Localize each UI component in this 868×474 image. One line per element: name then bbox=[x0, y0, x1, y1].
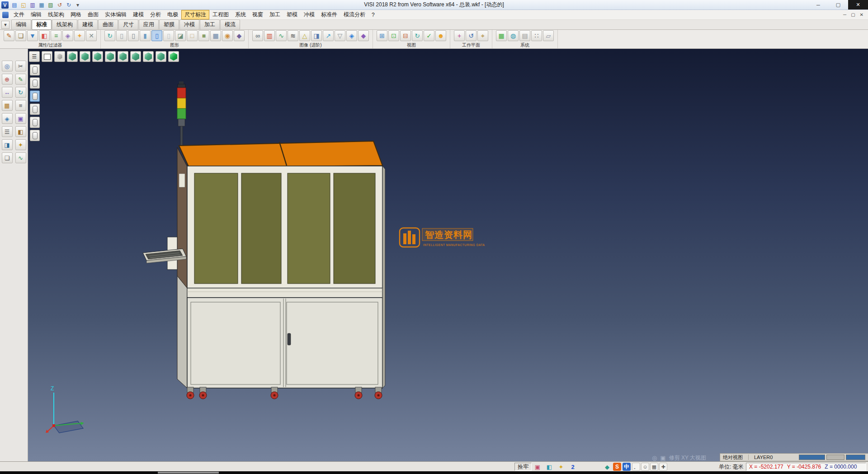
copy-icon[interactable]: ❏ bbox=[2, 152, 13, 163]
tab-dropdown-button[interactable]: ▼ bbox=[1, 21, 9, 29]
highlight-filter-icon[interactable]: ✦ bbox=[74, 30, 85, 41]
viewport-3d[interactable]: ☰ bbox=[28, 49, 868, 461]
trim-icon[interactable]: ✂ bbox=[15, 61, 26, 71]
menu-item-模流分析[interactable]: 模流分析 bbox=[340, 10, 368, 19]
tab-编辑[interactable]: 编辑 bbox=[11, 19, 31, 30]
menu-item-建模[interactable]: 建模 bbox=[130, 10, 147, 19]
menu-item-文件[interactable]: 文件 bbox=[10, 10, 28, 19]
panel-icon[interactable]: ▤ bbox=[519, 30, 530, 41]
regen-icon[interactable]: ↻ bbox=[104, 30, 115, 41]
menu-item-冲模[interactable]: 冲模 bbox=[301, 10, 318, 19]
box-texture-icon[interactable]: ▦ bbox=[210, 30, 221, 41]
snap-lock-toggle[interactable]: 拴牢 bbox=[514, 463, 532, 471]
move-icon[interactable]: ↔ bbox=[2, 87, 13, 98]
tab-冲模[interactable]: 冲模 bbox=[179, 19, 199, 30]
menu-item-加工[interactable]: 加工 bbox=[266, 10, 283, 19]
mdi-minimize-icon[interactable]: ─ bbox=[843, 12, 846, 17]
menu-item-网格[interactable]: 网格 bbox=[67, 10, 85, 19]
tab-应用[interactable]: 应用 bbox=[139, 19, 159, 30]
grid-snap-icon[interactable]: ∷ bbox=[531, 30, 542, 41]
menu-item-标准件[interactable]: 标准件 bbox=[318, 10, 340, 19]
half-shade-icon[interactable]: ◧ bbox=[15, 126, 26, 137]
open-file-icon[interactable]: ◱ bbox=[19, 1, 28, 9]
absolute-view-label[interactable]: 绝对视图 bbox=[723, 454, 743, 461]
zebra-icon[interactable]: ≋ bbox=[288, 30, 298, 41]
shaded-icon[interactable]: ▮ bbox=[140, 30, 151, 41]
clear-filter-icon[interactable]: ✕ bbox=[86, 30, 97, 41]
box-shaded-icon[interactable]: ■ bbox=[198, 30, 209, 41]
save-icon[interactable]: ▥ bbox=[28, 1, 37, 9]
zoom-all-icon[interactable]: ⊡ bbox=[388, 30, 399, 41]
menu-item-视窗[interactable]: 视窗 bbox=[249, 10, 266, 19]
shade-status-icon[interactable]: ▣ bbox=[533, 463, 542, 471]
view-face-icon[interactable]: ☻ bbox=[435, 30, 446, 41]
minimize-button[interactable]: ─ bbox=[808, 0, 828, 9]
ime-sogou-logo[interactable]: S bbox=[613, 463, 621, 471]
tab-曲面[interactable]: 曲面 bbox=[98, 19, 118, 30]
menu-item-工程图[interactable]: 工程图 bbox=[209, 10, 232, 19]
tab-建模[interactable]: 建模 bbox=[78, 19, 98, 30]
draft-analysis-icon[interactable]: △ bbox=[299, 30, 310, 41]
funnel-icon[interactable]: ▽ bbox=[335, 30, 345, 41]
tab-塑膜[interactable]: 塑膜 bbox=[159, 19, 179, 30]
match-properties-icon[interactable]: ✎ bbox=[4, 30, 14, 41]
list-icon[interactable]: ≡ bbox=[15, 100, 26, 111]
copy-attributes-icon[interactable]: ❏ bbox=[15, 30, 26, 41]
curve-icon[interactable]: ∿ bbox=[15, 152, 26, 163]
element-filter-icon[interactable]: ▼ bbox=[27, 30, 38, 41]
ime-lang-toggle[interactable]: 中 bbox=[623, 463, 631, 471]
menu-item-曲面[interactable]: 曲面 bbox=[85, 10, 102, 19]
ime-tool-4[interactable]: ✚ bbox=[659, 463, 667, 471]
status-cube[interactable]: ◆ bbox=[603, 463, 611, 471]
menu-item-?[interactable]: ? bbox=[368, 11, 378, 19]
compare-icon[interactable]: ↗ bbox=[323, 30, 334, 41]
menu-item-系统[interactable]: 系统 bbox=[232, 10, 249, 19]
color-swatch-2[interactable] bbox=[826, 455, 844, 460]
tab-加工[interactable]: 加工 bbox=[200, 19, 220, 30]
count-badge[interactable]: 2 bbox=[569, 463, 577, 471]
point-icon[interactable]: ⊕ bbox=[2, 74, 13, 85]
redo-icon[interactable]: ↻ bbox=[64, 1, 73, 9]
ime-tool-1[interactable]: 。 bbox=[632, 463, 640, 471]
tab-尺寸[interactable]: 尺寸 bbox=[118, 19, 138, 30]
mdi-close-icon[interactable]: ✕ bbox=[860, 12, 863, 17]
cad-link-icon[interactable]: ▱ bbox=[543, 30, 554, 41]
stereo-icon[interactable]: ∞ bbox=[252, 30, 263, 41]
layer-label[interactable]: LAYER0 bbox=[754, 455, 773, 460]
tab-线架构[interactable]: 线架构 bbox=[52, 19, 77, 30]
window-layout-icon[interactable]: ▦ bbox=[496, 30, 507, 41]
section-top-icon[interactable]: ◨ bbox=[2, 139, 13, 150]
gem-icon[interactable]: ◆ bbox=[358, 30, 369, 41]
more-dropdown-icon[interactable]: ▾ bbox=[73, 1, 82, 9]
save-all-icon[interactable]: ▦ bbox=[37, 1, 46, 9]
workplane-create-icon[interactable]: + bbox=[454, 30, 465, 41]
transparent-icon[interactable]: ▯ bbox=[151, 30, 162, 41]
curvature-icon[interactable]: ∿ bbox=[276, 30, 287, 41]
sketch-icon[interactable]: ✎ bbox=[15, 74, 26, 85]
mdi-restore-icon[interactable]: ▢ bbox=[851, 12, 855, 17]
panel-icon[interactable]: ▣ bbox=[15, 113, 26, 124]
layers-icon[interactable]: ☰ bbox=[2, 126, 13, 137]
workplane-rotate-icon[interactable]: ↺ bbox=[466, 30, 476, 41]
light-status-icon[interactable]: ✦ bbox=[557, 463, 565, 471]
zoom-previous-icon[interactable]: ⊟ bbox=[400, 30, 411, 41]
menu-item-编辑[interactable]: 编辑 bbox=[28, 10, 45, 19]
zoom-window-icon[interactable]: ⊞ bbox=[377, 30, 387, 41]
menu-item-实体编辑[interactable]: 实体编辑 bbox=[102, 10, 130, 19]
dynamic-section-icon[interactable]: ◨ bbox=[311, 30, 322, 41]
menu-item-电极[interactable]: 电极 bbox=[164, 10, 181, 19]
tab-标准[interactable]: 标准 bbox=[32, 19, 52, 30]
layer-filter-icon[interactable]: ≡ bbox=[51, 30, 61, 41]
tab-模流[interactable]: 模流 bbox=[220, 19, 240, 30]
close-button[interactable]: ✕ bbox=[848, 0, 868, 9]
new-file-icon[interactable]: ▤ bbox=[10, 1, 19, 9]
render-icon[interactable]: ◉ bbox=[222, 30, 233, 41]
maximize-button[interactable]: ▢ bbox=[828, 0, 848, 9]
menu-item-分析[interactable]: 分析 bbox=[147, 10, 164, 19]
globe-icon[interactable]: ◍ bbox=[508, 30, 519, 41]
color-swatch-3[interactable] bbox=[846, 455, 865, 460]
gem-select-icon[interactable]: ◈ bbox=[2, 113, 13, 124]
section-icon[interactable]: ◪ bbox=[175, 30, 186, 41]
material-icon[interactable]: ◆ bbox=[234, 30, 245, 41]
color-swatch-1[interactable] bbox=[799, 455, 825, 460]
